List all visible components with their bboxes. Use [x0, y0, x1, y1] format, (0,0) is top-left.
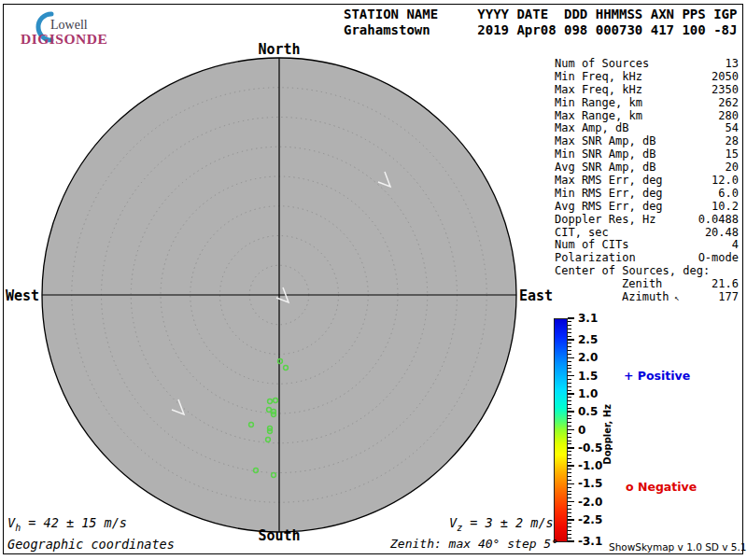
colorbar-minor-tick — [568, 321, 571, 322]
stat-label: Avg RMS Err, deg — [555, 200, 663, 213]
colorbar-minor-tick — [568, 509, 571, 510]
stat-value: 28 — [726, 134, 739, 147]
stat-row: Max Amp, dB54 — [555, 121, 739, 134]
compass-north-label: North — [0, 41, 558, 58]
colorbar-tick-label: -1.5 — [578, 477, 602, 490]
vz-value: Vz = 3 ± 2 m/s — [449, 515, 554, 533]
colorbar-minor-tick — [568, 368, 571, 369]
colorbar-minor-tick — [568, 336, 571, 337]
compass-west-label: West — [0, 287, 39, 304]
zenith-note: Zenith: max 40° step 5° — [390, 537, 558, 551]
colorbar-major-tick — [568, 501, 574, 503]
vz-var: V — [449, 515, 457, 530]
colorbar-minor-tick — [568, 505, 571, 506]
stat-label: Zenith — [622, 277, 662, 290]
colorbar-tick-label: 0.5 — [578, 405, 598, 418]
stat-row: Num of CITs4 — [555, 238, 739, 251]
stat-value: 280 — [718, 109, 739, 122]
colorbar-minor-tick — [568, 441, 571, 441]
stat-row: PolarizationO-mode — [555, 251, 739, 264]
colorbar-tick-label: 1.5 — [578, 369, 598, 382]
stat-value: 177 — [718, 290, 739, 303]
stat-value: 6.0 — [718, 187, 739, 200]
colorbar-major-tick — [568, 339, 574, 341]
coordinates-label: Geographic coordinates — [7, 537, 175, 552]
colorbar-minor-tick — [568, 538, 571, 539]
stat-label: Max Freq, kHz — [555, 83, 642, 96]
stat-label: Max SNR Amp, dB — [555, 134, 655, 147]
stat-label: Max Range, km — [555, 109, 642, 122]
colorbar-tick-label: -3.1 — [578, 535, 602, 548]
stat-value: 0.0488 — [698, 213, 739, 226]
stat-label: Min Range, km — [555, 96, 642, 109]
stat-row: Doppler Res, Hz0.0488 — [555, 213, 739, 226]
colorbar-minor-tick — [568, 383, 571, 384]
stat-row: Avg RMS Err, deg10.2 — [555, 200, 739, 213]
colorbar-major-tick — [568, 357, 574, 359]
colorbar-minor-tick — [568, 530, 571, 531]
stat-label: Num of Sources — [555, 57, 649, 70]
colorbar-tick-label: 1.0 — [578, 387, 598, 400]
stat-label: Max Amp, dB — [555, 121, 628, 134]
colorbar-major-tick — [568, 393, 574, 395]
stat-label: Polarization — [555, 251, 636, 264]
colorbar-minor-tick — [568, 516, 571, 517]
colorbar-minor-tick — [568, 472, 571, 473]
colorbar-minor-tick — [568, 480, 571, 481]
colorbar-major-tick — [568, 540, 574, 542]
stat-row: Min SNR Amp, dB15 — [555, 147, 739, 161]
colorbar-minor-tick — [568, 487, 571, 488]
colorbar-tick-label: 0 — [578, 423, 585, 436]
colorbar-minor-tick — [568, 365, 571, 366]
colorbar-minor-tick — [568, 469, 571, 469]
colorbar-major-tick — [568, 447, 574, 449]
colorbar-minor-tick — [568, 325, 571, 326]
stat-label: Center of Sources, deg: — [555, 264, 710, 277]
header-columns: STATION NAME YYYY DATE DDD HHMMSS AXN PP… — [344, 7, 737, 21]
colorbar-major-tick — [568, 465, 574, 467]
stat-row: Zenith21.6 — [555, 277, 739, 290]
stat-value: 20 — [726, 161, 739, 174]
colorbar-tick-label: -2.0 — [578, 495, 602, 508]
stat-row: Num of Sources13 — [555, 57, 739, 70]
stat-row: Max Freq, kHz2350 — [555, 83, 739, 96]
colorbar-minor-tick — [568, 491, 571, 492]
stat-label: CIT, sec — [555, 226, 609, 239]
vh-var: V — [7, 515, 15, 530]
version-label: ShowSkymap v 1.0 SD v 5.1 — [609, 541, 747, 553]
stat-row: Min Range, km262 — [555, 96, 739, 109]
colorbar-major-tick — [568, 317, 574, 319]
vh-value: Vh = 42 ± 15 m/s — [7, 515, 127, 533]
stat-value: 21.6 — [712, 277, 739, 290]
colorbar-minor-tick — [568, 397, 571, 398]
colorbar-tick-label: 2.5 — [578, 333, 598, 346]
stat-row: Max RMS Err, deg12.0 — [555, 174, 739, 187]
colorbar-minor-tick — [568, 497, 571, 498]
stat-label: Min Freq, kHz — [555, 70, 642, 83]
colorbar-major-tick — [568, 411, 574, 413]
colorbar-minor-tick — [568, 458, 571, 459]
colorbar-minor-tick — [568, 418, 571, 419]
colorbar-tick-label: -2.5 — [578, 513, 602, 526]
colorbar-minor-tick — [568, 350, 571, 351]
colorbar-title: Doppler, Hz — [602, 404, 613, 465]
colorbar-minor-tick — [568, 526, 571, 527]
colorbar-tick-label: -0.5 — [578, 441, 602, 454]
stat-value: O-mode — [698, 251, 739, 264]
colorbar-minor-tick — [568, 332, 571, 333]
stat-value: 2350 — [712, 83, 739, 96]
colorbar-minor-tick — [568, 462, 571, 463]
stat-row: Center of Sources, deg: — [555, 264, 739, 277]
colorbar-minor-tick — [568, 379, 571, 380]
stat-value: 54 — [726, 121, 739, 134]
colorbar-minor-tick — [568, 455, 571, 455]
colorbar-minor-tick — [568, 443, 571, 444]
stat-row: Min Freq, kHz2050 — [555, 70, 739, 83]
colorbar-minor-tick — [568, 433, 571, 434]
stat-label: Num of CITs — [555, 238, 628, 251]
positive-legend: + Positive — [624, 369, 690, 383]
azimuth-direction-icon: ↖ — [669, 293, 680, 302]
colorbar-major-tick — [568, 429, 574, 431]
colorbar-minor-tick — [568, 371, 571, 372]
colorbar-minor-tick — [568, 512, 571, 513]
